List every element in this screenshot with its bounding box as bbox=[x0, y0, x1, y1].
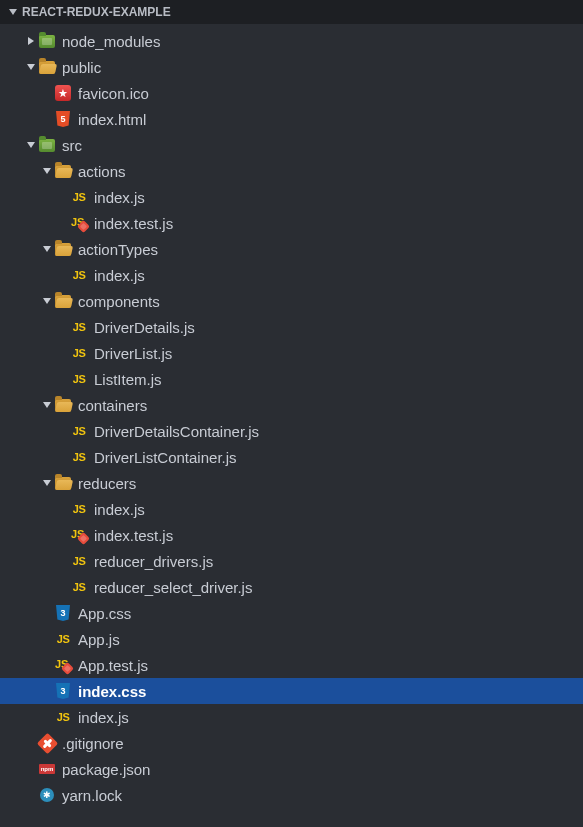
tree-item-label: App.css bbox=[78, 605, 583, 622]
file-icon: JS bbox=[54, 656, 72, 674]
file-icon: JS bbox=[70, 526, 88, 544]
file-icon bbox=[38, 734, 56, 752]
css3-icon: 3 bbox=[56, 605, 70, 621]
tree-item-app-test-js[interactable]: JSApp.test.js bbox=[0, 652, 583, 678]
folder-open-icon bbox=[55, 295, 71, 308]
file-icon bbox=[54, 396, 72, 414]
tree-item-components[interactable]: components bbox=[0, 288, 583, 314]
chevron-down-icon bbox=[40, 245, 54, 253]
tree-item-index-js[interactable]: JSindex.js bbox=[0, 262, 583, 288]
tree-item-containers[interactable]: containers bbox=[0, 392, 583, 418]
tree-item-label: reducer_select_driver.js bbox=[94, 579, 583, 596]
tree-item-label: src bbox=[62, 137, 583, 154]
file-icon: JS bbox=[70, 578, 88, 596]
js-test-icon: JS bbox=[71, 216, 87, 230]
file-icon: 3 bbox=[54, 682, 72, 700]
chevron-right-icon bbox=[24, 37, 38, 45]
tree-item-label: DriverList.js bbox=[94, 345, 583, 362]
tree-item-reducer-drivers-js[interactable]: JSreducer_drivers.js bbox=[0, 548, 583, 574]
file-icon: JS bbox=[70, 370, 88, 388]
folder-open-icon bbox=[55, 399, 71, 412]
file-icon: npm bbox=[38, 760, 56, 778]
tree-item-driverdetailscontainer-js[interactable]: JSDriverDetailsContainer.js bbox=[0, 418, 583, 444]
tree-item-actions[interactable]: actions bbox=[0, 158, 583, 184]
tree-item-actiontypes[interactable]: actionTypes bbox=[0, 236, 583, 262]
svg-marker-2 bbox=[27, 64, 35, 70]
tree-item-gitignore[interactable]: .gitignore bbox=[0, 730, 583, 756]
file-icon: JS bbox=[70, 500, 88, 518]
js-test-icon: JS bbox=[55, 658, 71, 672]
js-icon: JS bbox=[73, 191, 85, 203]
chevron-down-icon bbox=[8, 8, 18, 16]
file-tree: node_modulespublic★favicon.ico5index.htm… bbox=[0, 24, 583, 808]
tree-item-app-js[interactable]: JSApp.js bbox=[0, 626, 583, 652]
tree-item-index-js[interactable]: JSindex.js bbox=[0, 496, 583, 522]
tree-item-index-css[interactable]: 3index.css bbox=[0, 678, 583, 704]
npm-icon: npm bbox=[39, 764, 55, 774]
yarn-icon: ✱ bbox=[40, 788, 54, 802]
tree-item-index-js[interactable]: JSindex.js bbox=[0, 184, 583, 210]
tree-item-label: DriverDetailsContainer.js bbox=[94, 423, 583, 440]
favicon-icon: ★ bbox=[55, 85, 71, 101]
tree-item-label: reducers bbox=[78, 475, 583, 492]
tree-item-listitem-js[interactable]: JSListItem.js bbox=[0, 366, 583, 392]
file-icon: JS bbox=[70, 344, 88, 362]
file-icon bbox=[54, 474, 72, 492]
svg-marker-7 bbox=[43, 402, 51, 408]
file-icon: 5 bbox=[54, 110, 72, 128]
tree-item-app-css[interactable]: 3App.css bbox=[0, 600, 583, 626]
js-icon: JS bbox=[57, 633, 69, 645]
tree-item-label: DriverDetails.js bbox=[94, 319, 583, 336]
file-icon: JS bbox=[70, 318, 88, 336]
tree-item-index-html[interactable]: 5index.html bbox=[0, 106, 583, 132]
file-icon bbox=[54, 240, 72, 258]
tree-item-yarn-lock[interactable]: ✱yarn.lock bbox=[0, 782, 583, 808]
tree-item-label: index.html bbox=[78, 111, 583, 128]
tree-item-label: actions bbox=[78, 163, 583, 180]
file-icon: ✱ bbox=[38, 786, 56, 804]
html5-icon: 5 bbox=[56, 111, 70, 127]
tree-item-index-test-js[interactable]: JSindex.test.js bbox=[0, 210, 583, 236]
file-icon bbox=[38, 32, 56, 50]
folder-open-icon bbox=[55, 165, 71, 178]
tree-item-public[interactable]: public bbox=[0, 54, 583, 80]
tree-item-node-modules[interactable]: node_modules bbox=[0, 28, 583, 54]
tree-item-label: index.test.js bbox=[94, 527, 583, 544]
file-icon: JS bbox=[70, 266, 88, 284]
tree-item-label: index.css bbox=[78, 683, 583, 700]
tree-item-src[interactable]: src bbox=[0, 132, 583, 158]
tree-item-label: index.test.js bbox=[94, 215, 583, 232]
svg-marker-4 bbox=[43, 168, 51, 174]
tree-item-label: DriverListContainer.js bbox=[94, 449, 583, 466]
package-folder-icon bbox=[39, 35, 55, 48]
explorer-header[interactable]: REACT-REDUX-EXAMPLE bbox=[0, 0, 583, 24]
js-icon: JS bbox=[73, 451, 85, 463]
svg-marker-3 bbox=[27, 142, 35, 148]
chevron-down-icon bbox=[24, 141, 38, 149]
file-icon: JS bbox=[70, 422, 88, 440]
folder-open-icon bbox=[39, 61, 55, 74]
js-icon: JS bbox=[73, 269, 85, 281]
tree-item-label: node_modules bbox=[62, 33, 583, 50]
tree-item-index-js[interactable]: JSindex.js bbox=[0, 704, 583, 730]
js-icon: JS bbox=[73, 555, 85, 567]
file-icon: JS bbox=[70, 448, 88, 466]
tree-item-reducer-select-driver-js[interactable]: JSreducer_select_driver.js bbox=[0, 574, 583, 600]
tree-item-label: public bbox=[62, 59, 583, 76]
svg-marker-0 bbox=[9, 9, 17, 15]
file-icon bbox=[38, 58, 56, 76]
file-icon bbox=[38, 136, 56, 154]
tree-item-label: favicon.ico bbox=[78, 85, 583, 102]
tree-item-driverdetails-js[interactable]: JSDriverDetails.js bbox=[0, 314, 583, 340]
tree-item-reducers[interactable]: reducers bbox=[0, 470, 583, 496]
git-icon bbox=[36, 732, 57, 753]
tree-item-package-json[interactable]: npmpackage.json bbox=[0, 756, 583, 782]
tree-item-index-test-js[interactable]: JSindex.test.js bbox=[0, 522, 583, 548]
tree-item-driverlist-js[interactable]: JSDriverList.js bbox=[0, 340, 583, 366]
js-icon: JS bbox=[73, 321, 85, 333]
tree-item-favicon-ico[interactable]: ★favicon.ico bbox=[0, 80, 583, 106]
tree-item-driverlistcontainer-js[interactable]: JSDriverListContainer.js bbox=[0, 444, 583, 470]
folder-open-icon bbox=[55, 477, 71, 490]
file-icon: JS bbox=[54, 630, 72, 648]
tree-item-label: App.test.js bbox=[78, 657, 583, 674]
